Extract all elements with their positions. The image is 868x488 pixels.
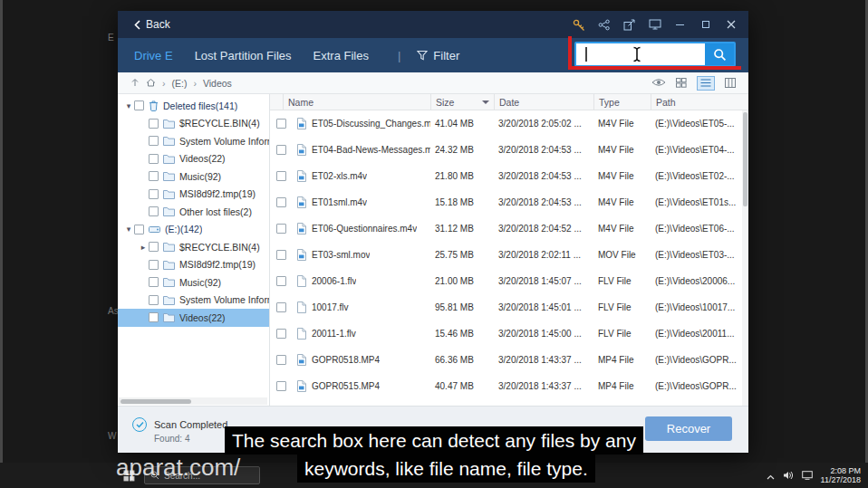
view-details-icon[interactable]	[721, 76, 739, 91]
cell-size: 41.04 MB	[430, 119, 494, 129]
checkbox[interactable]	[276, 224, 286, 234]
checkbox[interactable]	[149, 206, 159, 216]
tree-item-label: Videos(22)	[179, 312, 226, 323]
folder-icon	[163, 242, 175, 252]
cell-type: M4V File	[593, 145, 651, 155]
view-list-icon[interactable]	[697, 76, 715, 91]
column-header-type[interactable]: Type	[593, 94, 651, 110]
size-filter-dropdown-icon[interactable]	[482, 100, 489, 104]
tab-extra-files[interactable]: Extra Files	[313, 49, 369, 62]
vertical-scrollbar[interactable]	[742, 110, 748, 406]
minimize-icon[interactable]	[673, 18, 687, 32]
column-header-path[interactable]: Path	[651, 94, 748, 110]
home-icon[interactable]	[146, 78, 156, 89]
horizontal-scrollbar[interactable]	[119, 397, 267, 405]
tree-item-recycle-bin-4[interactable]: ▸$RECYCLE.BIN(4)	[118, 238, 269, 256]
chevron-up-icon[interactable]	[767, 467, 775, 483]
checkbox[interactable]	[276, 197, 286, 207]
table-row[interactable]: ET02-xls.m4v21.80 MB3/20/2018 2:04:53 ..…	[270, 163, 742, 189]
key-icon[interactable]	[572, 18, 585, 32]
table-row[interactable]: ET06-Questionnaires.m4v31.12 MB3/20/2018…	[270, 215, 742, 242]
tree-item-msi8d9f2-tmp-19[interactable]: MSI8d9f2.tmp(19)	[118, 256, 269, 274]
checkbox[interactable]	[276, 329, 286, 339]
video-file-icon	[296, 118, 306, 129]
tree-item-system-volume-informa[interactable]: System Volume Informa...	[118, 292, 269, 310]
checkbox[interactable]	[149, 136, 159, 146]
table-row[interactable]: ET03-sml.mov25.75 MB3/20/2018 2:02:11 ..…	[270, 242, 742, 268]
checkbox[interactable]	[134, 100, 144, 110]
checkbox[interactable]	[276, 302, 286, 312]
collapse-arrow-icon[interactable]: ▾	[123, 225, 134, 234]
checkbox[interactable]	[276, 145, 286, 155]
table-row[interactable]: ET01sml.m4v15.18 MB3/20/2018 2:04:53 ...…	[270, 189, 742, 215]
network-icon[interactable]	[802, 467, 813, 483]
checkbox[interactable]	[276, 381, 286, 391]
cell-name: 20006-1.flv	[270, 275, 430, 287]
titlebar: Back	[118, 11, 748, 38]
preview-eye-icon[interactable]	[651, 78, 666, 89]
file-name: ET05-Discussing_Changes.m4v	[312, 119, 430, 129]
checkbox[interactable]	[149, 260, 159, 270]
taskbar-clock[interactable]: 2:08 PM 11/27/2018	[821, 466, 861, 484]
column-header-date[interactable]: Date	[494, 94, 593, 110]
checkbox[interactable]	[149, 171, 159, 181]
collapse-arrow-icon[interactable]: ▾	[123, 101, 134, 110]
close-icon[interactable]	[724, 18, 738, 32]
volume-icon[interactable]	[783, 467, 794, 483]
table-row[interactable]: ET05-Discussing_Changes.m4v41.04 MB3/20/…	[270, 399, 742, 406]
expand-arrow-icon[interactable]: ▸	[138, 243, 149, 252]
cell-name: ET03-sml.mov	[270, 249, 430, 261]
checkbox[interactable]	[149, 242, 159, 252]
tree-item-videos-22[interactable]: Videos(22)	[118, 150, 269, 168]
view-grid-icon[interactable]	[672, 76, 690, 91]
checkbox[interactable]	[149, 119, 159, 129]
monitor-icon[interactable]	[648, 18, 661, 32]
checkbox[interactable]	[149, 312, 159, 322]
share-icon[interactable]	[597, 18, 611, 32]
checkbox[interactable]	[276, 119, 286, 129]
cell-path: (E:)\Videos\ET01s...	[651, 197, 742, 207]
tree-item-videos-22[interactable]: Videos(22)	[118, 309, 269, 327]
tree-item-recycle-bin-4[interactable]: $RECYCLE.BIN(4)	[118, 115, 269, 133]
checkbox[interactable]	[276, 355, 286, 365]
checkbox[interactable]	[149, 295, 159, 305]
checkbox[interactable]	[276, 276, 286, 286]
tree-item-music-92[interactable]: Music(92)	[118, 167, 269, 186]
tree-item-other-lost-files-2[interactable]: Other lost files(2)	[118, 203, 269, 221]
cell-name: ET06-Questionnaires.m4v	[270, 223, 430, 234]
checkbox[interactable]	[149, 154, 159, 164]
checkbox[interactable]	[149, 277, 159, 287]
filter-button[interactable]: Filter	[417, 49, 459, 62]
tab-drive-e[interactable]: Drive E	[134, 49, 173, 62]
back-button[interactable]: Back	[134, 18, 170, 31]
search-button[interactable]	[705, 43, 734, 65]
export-icon[interactable]	[622, 18, 636, 32]
vertical-scrollbar-thumb[interactable]	[743, 112, 747, 206]
tab-lost-partition-files[interactable]: Lost Partition Files	[195, 49, 292, 62]
tree-item-deleted-files-141[interactable]: ▾Deleted files(141)	[118, 97, 269, 115]
maximize-icon[interactable]	[699, 18, 712, 32]
up-icon[interactable]	[130, 78, 140, 89]
breadcrumb-folder[interactable]: Videos	[203, 78, 232, 89]
table-row[interactable]: 20011-1.flv15.46 MB3/20/2018 1:45:00 ...…	[270, 321, 742, 347]
tree-item-music-92[interactable]: Music(92)	[118, 273, 269, 292]
table-row[interactable]: 10017.flv95.81 MB3/20/2018 1:45:01 ...FL…	[270, 294, 742, 321]
checkbox[interactable]	[276, 250, 286, 260]
column-header-size[interactable]: Size	[430, 94, 494, 110]
table-row[interactable]: GOPR0518.MP466.36 MB3/20/2018 1:43:37 ..…	[270, 347, 742, 373]
tree-item-system-volume-informa[interactable]: System Volume Informa...	[118, 132, 269, 150]
tree-item-msi8d9f2-tmp-19[interactable]: MSI8d9f2.tmp(19)	[118, 186, 269, 204]
checkbox[interactable]	[134, 225, 144, 234]
table-row[interactable]: GOPR0515.MP440.47 MB3/20/2018 1:43:37 ..…	[270, 373, 742, 399]
table-row[interactable]: ET04-Bad-News-Messages.m4v24.32 MB3/20/2…	[270, 137, 742, 163]
cell-type: M4V File	[593, 197, 651, 207]
horizontal-scrollbar-thumb[interactable]	[121, 399, 191, 404]
checkbox[interactable]	[149, 189, 159, 199]
column-header-name[interactable]: Name	[283, 94, 430, 110]
tree-item-e-142[interactable]: ▾(E:)(142)	[118, 221, 269, 239]
breadcrumb-drive[interactable]: (E:)	[172, 78, 188, 89]
table-row[interactable]: ET05-Discussing_Changes.m4v41.04 MB3/20/…	[270, 110, 742, 137]
table-row[interactable]: 20006-1.flv21.00 MB3/20/2018 1:45:07 ...…	[270, 268, 742, 294]
checkbox[interactable]	[276, 171, 286, 181]
table-header: Name Size Date Type Path	[270, 94, 748, 110]
